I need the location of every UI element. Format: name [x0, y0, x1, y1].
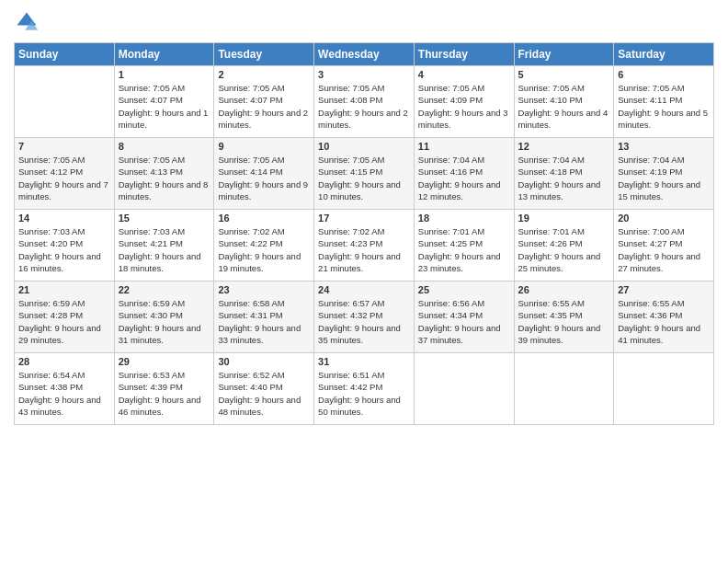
- sunset-text: Sunset: 4:19 PM: [618, 166, 710, 178]
- cell-info: Sunrise: 6:59 AM Sunset: 4:28 PM Dayligh…: [18, 297, 110, 346]
- calendar-cell: 31 Sunrise: 6:51 AM Sunset: 4:42 PM Dayl…: [314, 353, 415, 425]
- day-number: 4: [418, 69, 510, 80]
- calendar-cell: [614, 353, 714, 425]
- calendar-cell: [15, 66, 115, 138]
- calendar-cell: 20 Sunrise: 7:00 AM Sunset: 4:27 PM Dayl…: [614, 210, 714, 282]
- daylight-text: Daylight: 9 hours and 31 minutes.: [119, 322, 210, 347]
- sunrise-text: Sunrise: 7:02 AM: [318, 225, 410, 237]
- sunset-text: Sunset: 4:42 PM: [318, 381, 410, 393]
- daylight-text: Daylight: 9 hours and 7 minutes.: [18, 178, 110, 203]
- calendar-cell: 7 Sunrise: 7:05 AM Sunset: 4:12 PM Dayli…: [15, 138, 115, 210]
- calendar-cell: 3 Sunrise: 7:05 AM Sunset: 4:08 PM Dayli…: [314, 66, 415, 138]
- daylight-text: Daylight: 9 hours and 5 minutes.: [618, 107, 710, 132]
- cell-info: Sunrise: 7:05 AM Sunset: 4:11 PM Dayligh…: [618, 82, 710, 131]
- sunset-text: Sunset: 4:09 PM: [418, 94, 510, 106]
- col-header-monday: Monday: [114, 43, 214, 66]
- col-header-thursday: Thursday: [414, 43, 514, 66]
- day-number: 10: [318, 141, 410, 152]
- cell-info: Sunrise: 6:52 AM Sunset: 4:40 PM Dayligh…: [218, 369, 310, 418]
- calendar-cell: 29 Sunrise: 6:53 AM Sunset: 4:39 PM Dayl…: [114, 353, 214, 425]
- col-header-wednesday: Wednesday: [314, 43, 415, 66]
- sunrise-text: Sunrise: 6:57 AM: [318, 297, 410, 309]
- calendar-week-2: 7 Sunrise: 7:05 AM Sunset: 4:12 PM Dayli…: [15, 138, 714, 210]
- calendar-cell: 6 Sunrise: 7:05 AM Sunset: 4:11 PM Dayli…: [614, 66, 714, 138]
- sunrise-text: Sunrise: 7:04 AM: [518, 154, 610, 166]
- cell-info: Sunrise: 6:57 AM Sunset: 4:32 PM Dayligh…: [318, 297, 410, 346]
- cell-info: Sunrise: 7:03 AM Sunset: 4:21 PM Dayligh…: [119, 225, 210, 274]
- day-number: 22: [119, 284, 210, 295]
- sunset-text: Sunset: 4:14 PM: [218, 166, 310, 178]
- calendar-cell: 16 Sunrise: 7:02 AM Sunset: 4:22 PM Dayl…: [214, 210, 314, 282]
- sunrise-text: Sunrise: 6:52 AM: [218, 369, 310, 381]
- daylight-text: Daylight: 9 hours and 48 minutes.: [218, 394, 310, 419]
- calendar-cell: 8 Sunrise: 7:05 AM Sunset: 4:13 PM Dayli…: [114, 138, 214, 210]
- day-number: 15: [119, 213, 210, 224]
- calendar-cell: 11 Sunrise: 7:04 AM Sunset: 4:16 PM Dayl…: [414, 138, 514, 210]
- cell-info: Sunrise: 7:01 AM Sunset: 4:26 PM Dayligh…: [518, 225, 610, 274]
- sunrise-text: Sunrise: 6:51 AM: [318, 369, 410, 381]
- calendar-cell: [414, 353, 514, 425]
- daylight-text: Daylight: 9 hours and 3 minutes.: [418, 107, 510, 132]
- daylight-text: Daylight: 9 hours and 43 minutes.: [18, 394, 110, 419]
- sunset-text: Sunset: 4:20 PM: [18, 237, 110, 249]
- daylight-text: Daylight: 9 hours and 23 minutes.: [418, 250, 510, 275]
- sunrise-text: Sunrise: 7:05 AM: [218, 82, 310, 94]
- cell-info: Sunrise: 6:55 AM Sunset: 4:35 PM Dayligh…: [518, 297, 610, 346]
- sunset-text: Sunset: 4:26 PM: [518, 237, 610, 249]
- sunset-text: Sunset: 4:36 PM: [618, 309, 710, 321]
- day-number: 8: [119, 141, 210, 152]
- daylight-text: Daylight: 9 hours and 21 minutes.: [318, 250, 410, 275]
- calendar-cell: [514, 353, 614, 425]
- daylight-text: Daylight: 9 hours and 12 minutes.: [418, 178, 510, 203]
- sunrise-text: Sunrise: 7:01 AM: [418, 225, 510, 237]
- calendar-cell: 30 Sunrise: 6:52 AM Sunset: 4:40 PM Dayl…: [214, 353, 314, 425]
- sunrise-text: Sunrise: 7:00 AM: [618, 225, 710, 237]
- sunrise-text: Sunrise: 7:03 AM: [119, 225, 210, 237]
- sunset-text: Sunset: 4:16 PM: [418, 166, 510, 178]
- day-number: 18: [418, 213, 510, 224]
- day-number: 20: [618, 213, 710, 224]
- sunrise-text: Sunrise: 6:58 AM: [218, 297, 310, 309]
- col-header-saturday: Saturday: [614, 43, 714, 66]
- sunset-text: Sunset: 4:21 PM: [119, 237, 210, 249]
- day-number: 31: [318, 356, 410, 367]
- day-number: 11: [418, 141, 510, 152]
- day-number: 3: [318, 69, 410, 80]
- sunrise-text: Sunrise: 7:05 AM: [318, 82, 410, 94]
- sunset-text: Sunset: 4:38 PM: [18, 381, 110, 393]
- cell-info: Sunrise: 7:04 AM Sunset: 4:16 PM Dayligh…: [418, 154, 510, 202]
- day-number: 23: [218, 284, 310, 295]
- daylight-text: Daylight: 9 hours and 27 minutes.: [618, 250, 710, 275]
- daylight-text: Daylight: 9 hours and 2 minutes.: [218, 107, 310, 132]
- day-number: 26: [518, 284, 610, 295]
- sunrise-text: Sunrise: 7:05 AM: [119, 154, 210, 166]
- cell-info: Sunrise: 7:03 AM Sunset: 4:20 PM Dayligh…: [18, 225, 110, 274]
- sunrise-text: Sunrise: 6:53 AM: [119, 369, 210, 381]
- sunrise-text: Sunrise: 7:05 AM: [418, 82, 510, 94]
- sunset-text: Sunset: 4:07 PM: [119, 94, 210, 106]
- sunset-text: Sunset: 4:13 PM: [119, 166, 210, 178]
- calendar-cell: 5 Sunrise: 7:05 AM Sunset: 4:10 PM Dayli…: [514, 66, 614, 138]
- calendar-week-4: 21 Sunrise: 6:59 AM Sunset: 4:28 PM Dayl…: [15, 282, 714, 353]
- calendar-cell: 25 Sunrise: 6:56 AM Sunset: 4:34 PM Dayl…: [414, 282, 514, 353]
- calendar-cell: 15 Sunrise: 7:03 AM Sunset: 4:21 PM Dayl…: [114, 210, 214, 282]
- sunset-text: Sunset: 4:39 PM: [119, 381, 210, 393]
- day-number: 16: [218, 213, 310, 224]
- calendar-week-5: 28 Sunrise: 6:54 AM Sunset: 4:38 PM Dayl…: [15, 353, 714, 425]
- cell-info: Sunrise: 6:56 AM Sunset: 4:34 PM Dayligh…: [418, 297, 510, 346]
- calendar-cell: 18 Sunrise: 7:01 AM Sunset: 4:25 PM Dayl…: [414, 210, 514, 282]
- sunrise-text: Sunrise: 6:59 AM: [119, 297, 210, 309]
- calendar-cell: 2 Sunrise: 7:05 AM Sunset: 4:07 PM Dayli…: [214, 66, 314, 138]
- cell-info: Sunrise: 7:05 AM Sunset: 4:12 PM Dayligh…: [18, 154, 110, 202]
- col-header-tuesday: Tuesday: [214, 43, 314, 66]
- calendar-table: SundayMondayTuesdayWednesdayThursdayFrid…: [14, 42, 714, 425]
- calendar-cell: 9 Sunrise: 7:05 AM Sunset: 4:14 PM Dayli…: [214, 138, 314, 210]
- daylight-text: Daylight: 9 hours and 1 minute.: [119, 107, 210, 132]
- sunset-text: Sunset: 4:23 PM: [318, 237, 410, 249]
- sunset-text: Sunset: 4:15 PM: [318, 166, 410, 178]
- day-number: 27: [618, 284, 710, 295]
- cell-info: Sunrise: 7:02 AM Sunset: 4:22 PM Dayligh…: [218, 225, 310, 274]
- day-number: 13: [618, 141, 710, 152]
- sunrise-text: Sunrise: 7:03 AM: [18, 225, 110, 237]
- cell-info: Sunrise: 7:05 AM Sunset: 4:13 PM Dayligh…: [119, 154, 210, 202]
